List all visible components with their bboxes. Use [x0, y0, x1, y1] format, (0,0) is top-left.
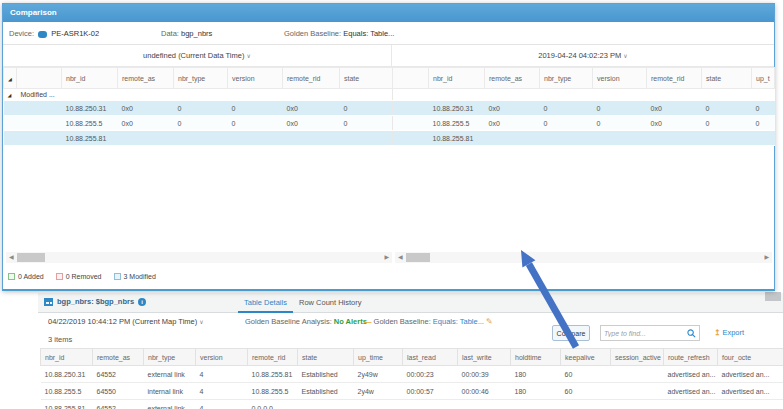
added-label: 0 Added — [18, 273, 44, 280]
column-header[interactable]: remote_as — [93, 349, 144, 366]
column-header[interactable]: holdtime — [511, 349, 561, 366]
table-cell: 2y4w — [354, 383, 403, 400]
table-row[interactable]: 10.88.255.81 — [393, 131, 775, 146]
table-row[interactable]: 10.88.255.8164552external link40.0.0.0 — [41, 400, 783, 409]
comparison-table-left: ◢ nbr_idremote_asnbr_typeversionremote_r… — [3, 67, 393, 146]
table-cell: 10.88.255.81 — [248, 366, 298, 383]
right-group-header[interactable]: 2019-04-24 04:02:23 PM ∨ — [392, 45, 774, 67]
right-scrollbar-thumb[interactable] — [406, 253, 430, 262]
column-header[interactable]: remote_rid — [647, 68, 702, 89]
table-row[interactable]: 10.88.250.3164552external link410.88.255… — [41, 366, 783, 383]
table-cell: 60 — [561, 366, 611, 383]
table-cell: 4 — [196, 366, 248, 383]
left-scrollbar-thumb[interactable] — [17, 253, 45, 262]
legend-removed: 0 Removed — [56, 273, 102, 280]
data-field: Data: bgp_nbrs — [161, 29, 212, 38]
modified-group-row[interactable]: ◢ Modified ... — [4, 89, 393, 101]
table-cell — [647, 131, 702, 146]
table-cell: 4 — [196, 383, 248, 400]
screen: bgp_nbrs: $bgp_nbrs i Table Details Row … — [0, 0, 783, 409]
search-input[interactable] — [604, 326, 684, 340]
column-header[interactable]: route_refresh — [664, 349, 718, 366]
golden-baseline-analysis: Golden Baseline Analysis: No Alerts — [245, 317, 367, 326]
tab-row-count-history[interactable]: Row Count History — [293, 293, 368, 313]
table-row[interactable]: 10.88.255.81 — [4, 131, 393, 146]
column-header[interactable]: nbr_id — [41, 349, 93, 366]
column-header[interactable]: nbr_id — [62, 68, 118, 89]
table-cell: 00:00:23 — [403, 366, 458, 383]
table-cell — [283, 131, 340, 146]
column-header[interactable]: nbr_id — [429, 68, 485, 89]
table-cell: 10.88.250.31 — [62, 101, 118, 116]
removed-label: 0 Removed — [66, 273, 102, 280]
expander-header-cell[interactable]: ◢ — [4, 68, 17, 89]
column-header[interactable]: state — [298, 349, 354, 366]
scroll-right-icon[interactable]: ▶ — [384, 252, 389, 263]
table-row[interactable]: 10.88.250.310x0000x00 — [4, 101, 393, 116]
group-spacer-row — [393, 89, 775, 101]
gutter-header-cell — [17, 68, 62, 89]
table-cell: 0x0 — [118, 116, 174, 131]
column-header[interactable]: nbr_type — [144, 349, 196, 366]
scroll-right-icon[interactable]: ▶ — [764, 252, 769, 263]
device-icon — [38, 31, 47, 38]
table-row[interactable]: 10.88.250.310x0000x000 — [393, 101, 775, 116]
column-header[interactable]: nbr_type — [540, 68, 593, 89]
tab-table-details[interactable]: Table Details — [238, 293, 293, 313]
scroll-left-icon[interactable]: ◀ — [9, 252, 14, 263]
column-header[interactable]: remote_rid — [248, 349, 298, 366]
info-icon[interactable]: i — [138, 298, 146, 306]
table-cell — [458, 400, 511, 409]
column-header[interactable]: state — [702, 68, 752, 89]
column-header[interactable]: remote_as — [118, 68, 174, 89]
table-cell: 0 — [228, 101, 283, 116]
left-group-header[interactable]: undefined (Current Data Time) ∨ — [3, 45, 392, 67]
table-cell: 0 — [702, 101, 752, 116]
table-row[interactable]: 10.88.255.564550internal link410.88.255.… — [41, 383, 783, 400]
column-header[interactable]: remote_rid — [283, 68, 340, 89]
column-header[interactable]: last_write — [458, 349, 511, 366]
table-cell — [403, 400, 458, 409]
column-header[interactable]: up_time — [354, 349, 403, 366]
export-control[interactable]: ↥ Export — [714, 328, 744, 337]
table-cell: 00:00:46 — [458, 383, 511, 400]
analysis-value: No Alerts — [334, 317, 367, 326]
right-horizontal-scrollbar[interactable]: ◀ ▶ — [395, 252, 772, 263]
compare-button[interactable]: Compare — [552, 325, 590, 341]
group-expander-cell[interactable]: ◢ — [4, 89, 17, 101]
group-headers: undefined (Current Data Time) ∨ 2019-04-… — [3, 45, 774, 67]
table-cell: 0x0 — [647, 101, 702, 116]
column-header[interactable]: version — [593, 68, 647, 89]
column-header[interactable]: four_octe — [718, 349, 783, 366]
golden-baseline-link[interactable]: Equals: Table... — [433, 317, 484, 326]
export-label: Export — [722, 328, 744, 337]
column-header[interactable]: remote_as — [485, 68, 540, 89]
table-cell — [17, 116, 62, 131]
search-icon[interactable] — [687, 329, 696, 338]
table-cell: 0 — [540, 116, 593, 131]
left-horizontal-scrollbar[interactable]: ◀ ▶ — [6, 252, 392, 263]
modified-swatch — [114, 273, 121, 280]
column-header[interactable]: state — [340, 68, 393, 89]
legend-added: 0 Added — [8, 273, 44, 280]
table-cell — [561, 400, 611, 409]
group-row-label: Modified ... — [17, 89, 393, 101]
edit-pencil-icon[interactable]: ✎ — [486, 317, 493, 326]
column-header[interactable]: up_t — [752, 68, 775, 89]
table-cell: 10.88.250.31 — [41, 366, 93, 383]
export-icon: ↥ — [714, 328, 720, 337]
table-cell — [393, 101, 429, 116]
column-header[interactable]: version — [228, 68, 283, 89]
table-row[interactable]: 10.88.255.50x0000x00 — [4, 116, 393, 131]
column-header[interactable]: nbr_type — [174, 68, 228, 89]
column-header[interactable]: last_read — [403, 349, 458, 366]
map-time-selector[interactable]: 04/22/2019 10:44:12 PM (Current Map Time… — [48, 317, 204, 326]
table-row[interactable]: 10.88.255.50x0000x000 — [393, 116, 775, 131]
column-header[interactable]: keepalive — [561, 349, 611, 366]
right-group-title: 2019-04-24 04:02:23 PM — [538, 51, 621, 60]
column-header[interactable]: version — [196, 349, 248, 366]
column-header[interactable]: session_active — [611, 349, 664, 366]
table-cell: advertised an... — [664, 366, 718, 383]
scroll-left-icon[interactable]: ◀ — [398, 252, 403, 263]
vertical-scrollbar-thumb[interactable] — [765, 292, 781, 301]
